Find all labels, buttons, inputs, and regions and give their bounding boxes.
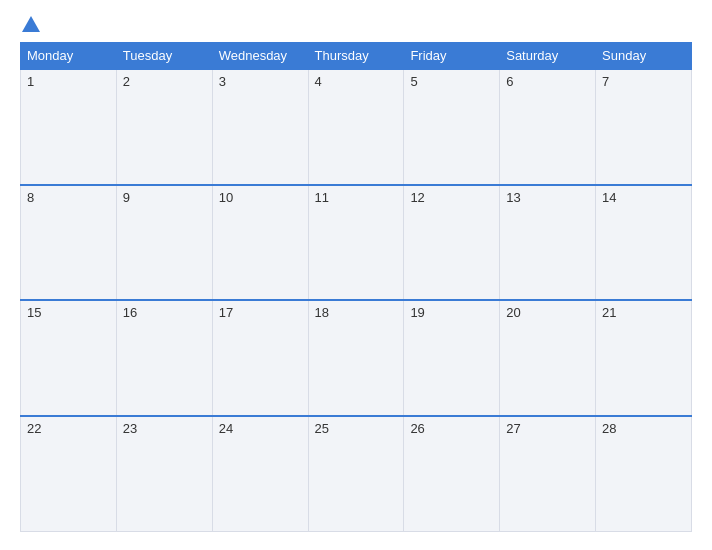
- calendar-day-cell: 4: [308, 69, 404, 185]
- calendar-week-row: 22232425262728: [21, 416, 692, 532]
- day-number: 24: [219, 421, 233, 436]
- calendar-day-cell: 10: [212, 185, 308, 301]
- calendar-day-cell: 5: [404, 69, 500, 185]
- day-number: 22: [27, 421, 41, 436]
- calendar-day-cell: 24: [212, 416, 308, 532]
- day-number: 3: [219, 74, 226, 89]
- calendar-day-cell: 20: [500, 300, 596, 416]
- day-number: 6: [506, 74, 513, 89]
- day-header-sunday: Sunday: [596, 43, 692, 70]
- calendar-week-row: 891011121314: [21, 185, 692, 301]
- calendar-day-cell: 2: [116, 69, 212, 185]
- day-number: 2: [123, 74, 130, 89]
- calendar-day-cell: 1: [21, 69, 117, 185]
- day-number: 26: [410, 421, 424, 436]
- calendar-day-cell: 28: [596, 416, 692, 532]
- day-number: 20: [506, 305, 520, 320]
- logo: [20, 18, 40, 32]
- day-number: 10: [219, 190, 233, 205]
- calendar-day-cell: 26: [404, 416, 500, 532]
- day-number: 12: [410, 190, 424, 205]
- calendar-day-cell: 21: [596, 300, 692, 416]
- calendar-header-row: MondayTuesdayWednesdayThursdayFridaySatu…: [21, 43, 692, 70]
- day-header-saturday: Saturday: [500, 43, 596, 70]
- calendar-day-cell: 7: [596, 69, 692, 185]
- calendar-day-cell: 11: [308, 185, 404, 301]
- calendar-day-cell: 17: [212, 300, 308, 416]
- calendar-day-cell: 6: [500, 69, 596, 185]
- calendar-day-cell: 18: [308, 300, 404, 416]
- calendar-day-cell: 23: [116, 416, 212, 532]
- day-number: 28: [602, 421, 616, 436]
- header: [20, 18, 692, 32]
- day-header-tuesday: Tuesday: [116, 43, 212, 70]
- calendar-day-cell: 14: [596, 185, 692, 301]
- calendar-day-cell: 9: [116, 185, 212, 301]
- day-number: 23: [123, 421, 137, 436]
- day-number: 17: [219, 305, 233, 320]
- day-header-friday: Friday: [404, 43, 500, 70]
- calendar-day-cell: 27: [500, 416, 596, 532]
- day-number: 11: [315, 190, 329, 205]
- day-number: 18: [315, 305, 329, 320]
- calendar-day-cell: 8: [21, 185, 117, 301]
- day-number: 15: [27, 305, 41, 320]
- day-number: 13: [506, 190, 520, 205]
- day-number: 19: [410, 305, 424, 320]
- calendar-table: MondayTuesdayWednesdayThursdayFridaySatu…: [20, 42, 692, 532]
- day-header-wednesday: Wednesday: [212, 43, 308, 70]
- calendar-page: MondayTuesdayWednesdayThursdayFridaySatu…: [0, 0, 712, 550]
- calendar-day-cell: 25: [308, 416, 404, 532]
- day-number: 8: [27, 190, 34, 205]
- day-number: 5: [410, 74, 417, 89]
- calendar-day-cell: 19: [404, 300, 500, 416]
- day-header-thursday: Thursday: [308, 43, 404, 70]
- calendar-day-cell: 3: [212, 69, 308, 185]
- day-number: 21: [602, 305, 616, 320]
- calendar-week-row: 1234567: [21, 69, 692, 185]
- day-number: 25: [315, 421, 329, 436]
- calendar-day-cell: 16: [116, 300, 212, 416]
- calendar-day-cell: 12: [404, 185, 500, 301]
- calendar-week-row: 15161718192021: [21, 300, 692, 416]
- day-number: 9: [123, 190, 130, 205]
- day-number: 16: [123, 305, 137, 320]
- day-number: 27: [506, 421, 520, 436]
- calendar-day-cell: 22: [21, 416, 117, 532]
- day-number: 14: [602, 190, 616, 205]
- logo-triangle-icon: [22, 16, 40, 32]
- day-number: 1: [27, 74, 34, 89]
- day-number: 7: [602, 74, 609, 89]
- calendar-day-cell: 15: [21, 300, 117, 416]
- day-number: 4: [315, 74, 322, 89]
- day-header-monday: Monday: [21, 43, 117, 70]
- calendar-day-cell: 13: [500, 185, 596, 301]
